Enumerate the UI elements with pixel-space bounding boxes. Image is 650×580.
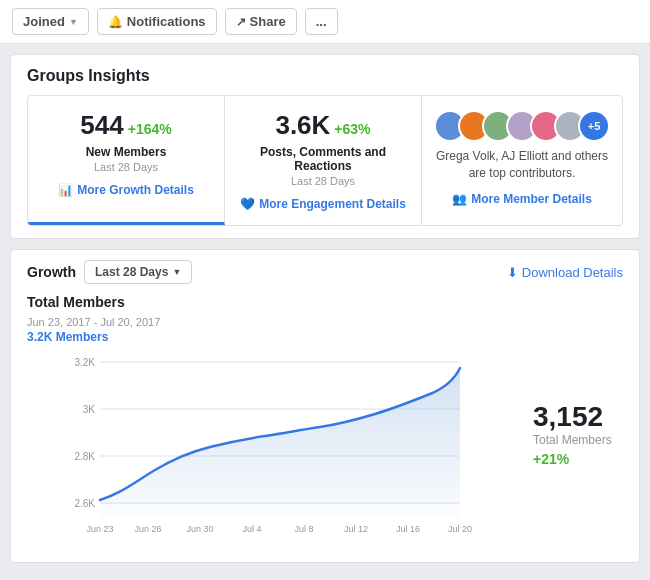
chart-area: Jun 23, 2017 - Jul 20, 2017 3.2K Members… [27,316,623,552]
groups-insights-card: Groups Insights 544 +164% New Members La… [10,54,640,239]
more-growth-link[interactable]: 📊 More Growth Details [58,183,194,197]
growth-section-label: Growth [27,264,76,280]
new-members-value: 544 [80,110,123,141]
dropdown-label: Last 28 Days [95,265,168,279]
new-members-label: New Members [86,145,167,159]
main-content: Groups Insights 544 +164% New Members La… [0,44,650,573]
line-chart-svg: 3.2K 3K 2.8K 2.6K [27,352,513,552]
groups-insights-title: Groups Insights [27,67,623,85]
dropdown-chevron-icon: ▼ [172,267,181,277]
new-members-cell: 544 +164% New Members Last 28 Days 📊 Mor… [28,96,225,225]
last28days-dropdown[interactable]: Last 28 Days ▼ [84,260,192,284]
new-members-change: +164% [128,121,172,137]
svg-text:Jul 12: Jul 12 [344,524,368,534]
avatars-row: +5 [434,110,610,142]
avatar-plus: +5 [578,110,610,142]
joined-button[interactable]: Joined ▼ [12,8,89,35]
total-members-percent: +21% [533,451,569,467]
posts-change: +63% [334,121,370,137]
contributor-text: Grega Volk, AJ Elliott and others are to… [434,148,610,182]
insights-grid: 544 +164% New Members Last 28 Days 📊 Mor… [27,95,623,226]
svg-text:Jul 8: Jul 8 [294,524,313,534]
share-button[interactable]: ↗ Share [225,8,297,35]
bell-icon: 🔔 [108,15,123,29]
engagement-icon: 💙 [240,197,255,211]
svg-text:Jun 23: Jun 23 [86,524,113,534]
svg-text:Jul 20: Jul 20 [448,524,472,534]
chart-wrapper: 3.2K 3K 2.8K 2.6K [27,352,513,552]
chart-container: Jun 23, 2017 - Jul 20, 2017 3.2K Members… [27,316,513,552]
joined-label: Joined [23,14,65,29]
posts-value: 3.6K [275,110,330,141]
members-icon: 👥 [452,192,467,206]
total-members-count: 3,152 [533,401,603,433]
svg-text:Jul 4: Jul 4 [242,524,261,534]
growth-header: Growth Last 28 Days ▼ ⬇ Download Details [27,260,623,284]
total-members-title: Total Members [27,294,623,310]
more-label: ... [316,14,327,29]
posts-sublabel: Last 28 Days [291,175,355,187]
joined-chevron-icon: ▼ [69,17,78,27]
chart-members-label: 3.2K Members [27,330,513,344]
chart-date-range: Jun 23, 2017 - Jul 20, 2017 [27,316,513,328]
svg-text:3.2K: 3.2K [74,357,95,368]
svg-text:Jul 16: Jul 16 [396,524,420,534]
share-label: Share [250,14,286,29]
download-link[interactable]: ⬇ Download Details [507,265,623,280]
more-engagement-link[interactable]: 💙 More Engagement Details [240,197,406,211]
download-icon: ⬇ [507,265,518,280]
notifications-label: Notifications [127,14,206,29]
svg-text:Jun 30: Jun 30 [186,524,213,534]
chart-stats: 3,152 Total Members +21% [523,316,623,552]
svg-text:2.8K: 2.8K [74,451,95,462]
growth-icon: 📊 [58,183,73,197]
total-members-section: Total Members Jun 23, 2017 - Jul 20, 201… [27,294,623,552]
new-members-sublabel: Last 28 Days [94,161,158,173]
more-members-link[interactable]: 👥 More Member Details [452,192,592,206]
contributors-cell: +5 Grega Volk, AJ Elliott and others are… [422,96,622,225]
total-members-sub: Total Members [533,433,612,447]
svg-text:2.6K: 2.6K [74,498,95,509]
share-icon: ↗ [236,15,246,29]
top-bar: Joined ▼ 🔔 Notifications ↗ Share ... [0,0,650,44]
notifications-button[interactable]: 🔔 Notifications [97,8,217,35]
more-button[interactable]: ... [305,8,338,35]
svg-text:Jun 26: Jun 26 [134,524,161,534]
growth-title-row: Growth Last 28 Days ▼ [27,260,192,284]
svg-text:3K: 3K [83,404,96,415]
posts-cell: 3.6K +63% Posts, Comments and Reactions … [225,96,422,225]
posts-label: Posts, Comments and Reactions [237,145,409,173]
growth-section: Growth Last 28 Days ▼ ⬇ Download Details… [10,249,640,563]
